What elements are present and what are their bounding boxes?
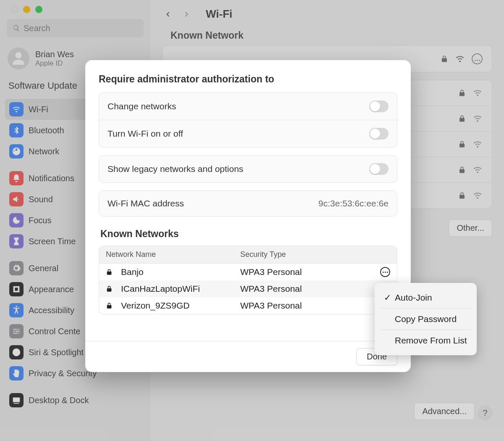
context-remove-from-list[interactable]: Remove From List xyxy=(375,330,477,351)
lock-icon xyxy=(106,285,113,292)
legacy-group: Show legacy networks and options xyxy=(99,155,397,183)
security-type-cell: WPA3 Personal xyxy=(240,284,375,294)
network-name-cell: Verizon_9ZS9GD xyxy=(121,301,240,311)
mac-address-group: Wi-Fi MAC address 9c:3e:53:6c:ee:6e xyxy=(99,190,397,217)
security-type-cell: WPA3 Personal xyxy=(240,301,375,311)
network-name-cell: Banjo xyxy=(121,267,240,277)
settings-window: Brian Wes Apple ID Software Update Wi-Fi… xyxy=(0,0,504,441)
mac-address-label: Wi-Fi MAC address xyxy=(108,198,184,209)
modal-footer: Done xyxy=(85,341,411,372)
known-networks-table: Network Name Security Type BanjoWPA3 Per… xyxy=(99,246,397,314)
security-type-cell: WPA3 Personal xyxy=(240,267,375,277)
show-legacy-row: Show legacy networks and options xyxy=(99,156,397,182)
network-context-menu: ✓ Auto-Join Copy Password Remove From Li… xyxy=(375,283,477,355)
require-admin-heading: Require administrator authorization to xyxy=(99,74,397,85)
checkmark-icon: ✓ xyxy=(384,293,391,303)
context-remove-label: Remove From List xyxy=(395,335,467,346)
col-network-name: Network Name xyxy=(106,250,240,259)
change-networks-label: Change networks xyxy=(108,101,176,111)
table-header: Network Name Security Type xyxy=(99,246,397,264)
turn-wifi-row: Turn Wi-Fi on or off xyxy=(99,120,397,147)
table-row[interactable]: Verizon_9ZS9GDWPA3 Personal xyxy=(99,297,397,314)
admin-auth-group: Change networks Turn Wi-Fi on or off xyxy=(99,92,397,148)
known-networks-heading: Known Networks xyxy=(100,228,397,240)
change-networks-row: Change networks xyxy=(99,93,397,120)
context-auto-join[interactable]: ✓ Auto-Join xyxy=(375,287,477,308)
wifi-advanced-modal: Require administrator authorization to C… xyxy=(85,60,411,372)
lock-icon xyxy=(106,302,113,309)
row-more-button[interactable] xyxy=(380,267,390,277)
show-legacy-toggle[interactable] xyxy=(369,163,388,175)
turn-wifi-label: Turn Wi-Fi on or off xyxy=(108,129,183,139)
mac-address-value: 9c:3e:53:6c:ee:6e xyxy=(318,198,388,209)
table-row[interactable]: ICanHazLaptopWiFiWPA3 Personal xyxy=(99,280,397,297)
network-name-cell: ICanHazLaptopWiFi xyxy=(121,284,240,294)
context-copy-password[interactable]: Copy Password xyxy=(375,309,477,330)
mac-address-row: Wi-Fi MAC address 9c:3e:53:6c:ee:6e xyxy=(99,191,397,216)
change-networks-toggle[interactable] xyxy=(369,100,388,112)
context-copy-password-label: Copy Password xyxy=(395,314,457,324)
turn-wifi-toggle[interactable] xyxy=(369,128,388,140)
context-auto-join-label: Auto-Join xyxy=(395,293,432,303)
show-legacy-label: Show legacy networks and options xyxy=(108,164,243,174)
col-security-type: Security Type xyxy=(240,250,390,259)
table-row[interactable]: BanjoWPA3 Personal xyxy=(99,264,397,280)
lock-icon xyxy=(106,269,113,275)
